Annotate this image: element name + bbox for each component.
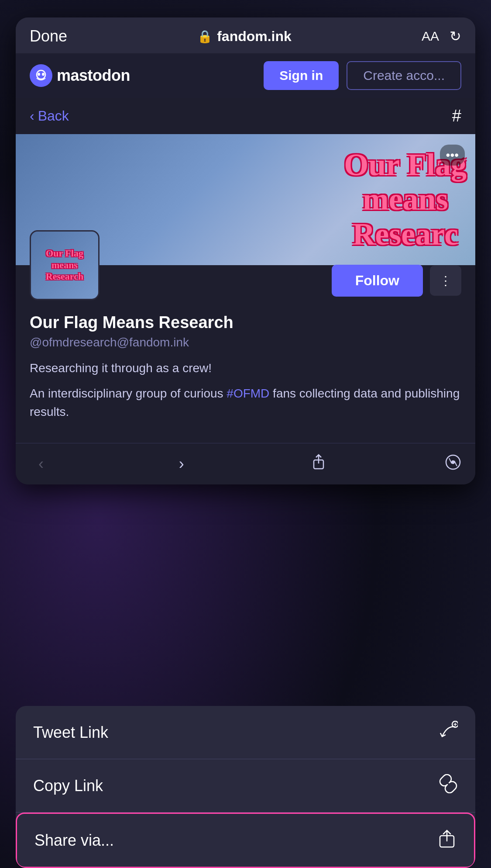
- profile-info: Our Flag Means Research @ofmdresearch@fa…: [16, 309, 475, 443]
- refresh-icon[interactable]: ↻: [450, 28, 461, 45]
- follow-actions: Follow ⋮: [332, 265, 461, 300]
- nav-buttons: Sign in Create acco...: [264, 61, 461, 90]
- browser-bottom-controls: ‹ ›: [16, 443, 475, 484]
- mastodon-navbar: mastodon Sign in Create acco...: [16, 53, 475, 98]
- profile-avatar: Our FlagmeansResearch: [30, 230, 100, 300]
- url-bar: 🔒 fandom.ink: [197, 28, 292, 45]
- more-dots-icon: •••: [446, 148, 459, 162]
- back-button[interactable]: ‹ Back: [30, 108, 69, 124]
- browser-card: Done 🔒 fandom.ink AA ↻ mastodon Sign in: [16, 17, 475, 484]
- back-bar: ‹ Back #: [16, 98, 475, 134]
- tweet-link-label: Tweet Link: [33, 723, 108, 742]
- avatar-text: Our FlagmeansResearch: [41, 243, 88, 287]
- share-sheet: Tweet Link + Copy Link Share via...: [16, 706, 475, 868]
- mastodon-logo: mastodon: [30, 64, 130, 87]
- tweet-link-item[interactable]: Tweet Link +: [16, 706, 475, 759]
- ofmd-hashtag-link[interactable]: #OFMD: [227, 387, 269, 400]
- url-text: fandom.ink: [217, 28, 292, 45]
- back-label: Back: [38, 108, 69, 124]
- tweet-link-icon: +: [439, 721, 458, 744]
- lock-icon: 🔒: [197, 29, 213, 44]
- profile-handle: @ofmdresearch@fandom.ink: [30, 335, 461, 349]
- copy-link-label: Copy Link: [33, 777, 103, 795]
- browser-forward-arrow[interactable]: ›: [170, 450, 193, 477]
- more-actions-button[interactable]: ⋮: [430, 266, 461, 296]
- svg-point-1: [38, 73, 40, 76]
- copy-link-icon: [439, 774, 458, 797]
- browser-top-bar: Done 🔒 fandom.ink AA ↻: [16, 17, 475, 53]
- done-button[interactable]: Done: [30, 27, 67, 45]
- back-chevron-icon: ‹: [30, 108, 34, 124]
- svg-point-2: [42, 73, 45, 76]
- browser-controls: AA ↻: [422, 28, 461, 45]
- mastodon-logo-text: mastodon: [57, 66, 130, 85]
- more-button-banner[interactable]: •••: [440, 145, 465, 166]
- aa-button[interactable]: AA: [422, 29, 439, 44]
- profile-bio-2: An interdisciplinary group of curious #O…: [30, 384, 461, 421]
- signin-button[interactable]: Sign in: [264, 61, 339, 90]
- browser-discover-button[interactable]: [445, 454, 461, 474]
- follow-button[interactable]: Follow: [332, 265, 423, 297]
- profile-section: ‹ Back # Our FlagmeansResearc ••• Our Fl…: [16, 98, 475, 484]
- svg-point-5: [452, 461, 454, 463]
- more-vertical-icon: ⋮: [439, 273, 452, 288]
- profile-bio-1: Researching it through as a crew!: [30, 359, 461, 377]
- copy-link-item[interactable]: Copy Link: [16, 759, 475, 813]
- profile-name: Our Flag Means Research: [30, 313, 461, 332]
- avatar-row: Our FlagmeansResearch Follow ⋮: [16, 230, 475, 309]
- avatar-inner: Our FlagmeansResearch: [31, 232, 98, 299]
- browser-back-arrow[interactable]: ‹: [30, 450, 52, 477]
- create-account-button[interactable]: Create acco...: [347, 61, 461, 90]
- share-via-item[interactable]: Share via...: [16, 813, 475, 868]
- share-via-label: Share via...: [34, 831, 114, 850]
- mastodon-logo-icon: [30, 64, 52, 87]
- browser-share-button[interactable]: [310, 454, 327, 474]
- hashtag-button[interactable]: #: [452, 107, 461, 125]
- share-via-icon: [437, 829, 457, 852]
